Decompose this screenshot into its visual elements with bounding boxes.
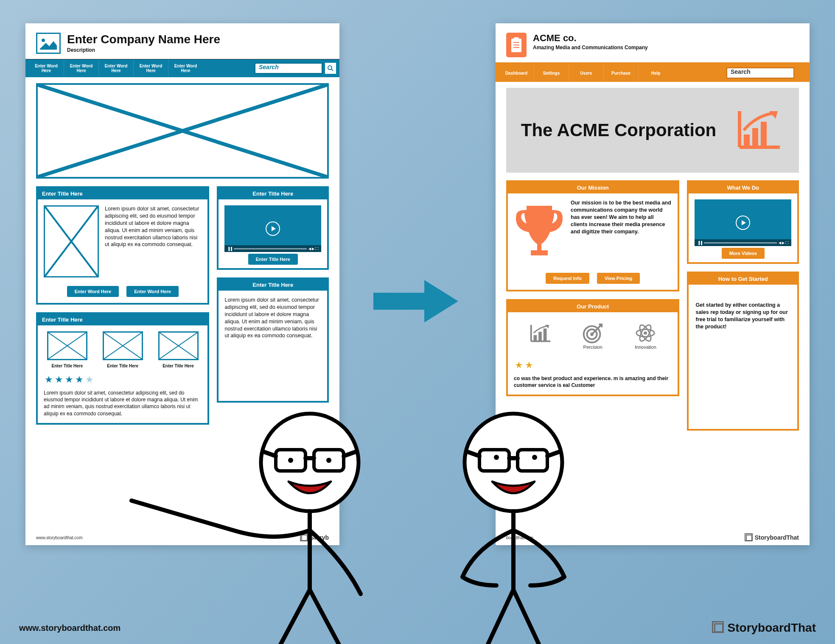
search-icon[interactable] (325, 63, 336, 74)
panel-title: Enter Title Here (38, 314, 207, 325)
mockup-nav: Dashboard Settings Users Purchase Help S… (496, 64, 810, 82)
thumb-caption: Enter Title Here (158, 364, 199, 368)
wireframe-header: Enter Company Name Here Description (25, 23, 339, 59)
company-name: ACME co. (533, 33, 648, 44)
product-item: Innovation (633, 322, 658, 350)
nav-item-purchase[interactable]: Purchase (603, 64, 638, 82)
arrow-icon (369, 272, 462, 331)
star-icon: ★ (85, 374, 94, 385)
search-input[interactable]: Search (726, 67, 794, 78)
footer-url: www.storyboardthat.com (36, 535, 83, 540)
star-icon: ★ (515, 360, 523, 371)
howto-panel: How to Get Started Get started by either… (687, 272, 799, 431)
atom-icon (633, 322, 658, 344)
panel-title: How to Get Started (689, 273, 797, 285)
svg-rect-24 (544, 328, 547, 341)
panel-title: Enter Title Here (219, 188, 327, 199)
thumb-caption: Enter Title Here (103, 364, 143, 368)
review-text: co was the best product and experience. … (514, 375, 672, 389)
nav-item-users[interactable]: Users (569, 64, 603, 82)
thumb-caption: Enter Title Here (47, 364, 87, 368)
mission-text: Our mission is to be the best media and … (571, 199, 672, 235)
svg-point-2 (328, 66, 332, 70)
outer-footer: www.storyboardthat.com StoryboardThat (19, 621, 816, 635)
storyboardthat-logo: StoryboardThat (714, 621, 816, 635)
mission-panel: Our Mission Our mission is to be the bes… (506, 180, 679, 291)
howto-text: Get started by either contacting a sales… (689, 285, 797, 429)
svg-rect-41 (479, 450, 509, 471)
request-info-button[interactable]: Request Info (546, 273, 589, 284)
image-placeholder-icon (36, 33, 61, 54)
play-icon[interactable] (736, 216, 750, 230)
search-input[interactable]: Search (255, 63, 322, 74)
svg-line-3 (331, 69, 333, 71)
svg-point-38 (288, 458, 293, 463)
storyboardthat-logo: StoryboardThat (746, 534, 799, 541)
clipboard-icon (506, 33, 527, 57)
video-panel: Enter Title Here ▐▐◀ ▶ ⛶ Enter Title Her… (217, 186, 329, 270)
star-icon: ★ (525, 360, 533, 371)
more-videos-button[interactable]: More Videos (722, 248, 765, 259)
star-icon: ★ (75, 374, 84, 385)
image-placeholder (158, 331, 199, 360)
hero-banner: The ACME Corporation (506, 88, 799, 173)
video-player[interactable]: ▐▐◀ ▶ ⛶ (224, 205, 321, 252)
what-we-do-panel: What We Do ▐▐◀ ▶ ⛶ More Videos (687, 180, 799, 264)
panel-title: What We Do (689, 182, 797, 193)
wireframe-nav: Enter Word Here Enter Word Here Enter Wo… (25, 59, 339, 77)
nav-item-help[interactable]: Help (638, 64, 673, 82)
nav-item[interactable]: Enter Word Here (133, 59, 168, 77)
stick-figure-viewer (407, 407, 619, 644)
svg-rect-22 (534, 335, 537, 342)
nav-item[interactable]: Enter Word Here (168, 59, 203, 77)
outer-url: www.storyboardthat.com (19, 623, 120, 633)
nav-item[interactable]: Enter Word Here (29, 59, 64, 77)
action-button[interactable]: Enter Word Here (126, 286, 179, 297)
product-item: Percision (580, 322, 605, 350)
image-placeholder (103, 331, 143, 360)
nav-item[interactable]: Enter Word Here (98, 59, 133, 77)
star-icon: ★ (45, 374, 53, 385)
nav-item-dashboard[interactable]: Dashboard (499, 64, 534, 82)
svg-rect-19 (744, 134, 750, 147)
star-icon: ★ (65, 374, 73, 385)
growth-chart-icon (733, 107, 784, 154)
stick-figure-presenter (106, 407, 395, 644)
star-icon: ★ (55, 374, 63, 385)
hero-title: The ACME Corporation (521, 121, 716, 140)
svg-rect-42 (518, 450, 547, 471)
search-button[interactable] (797, 67, 806, 78)
chart-icon (528, 322, 552, 344)
svg-rect-15 (514, 37, 519, 40)
action-button[interactable]: Enter Word Here (67, 286, 119, 297)
nav-item-settings[interactable]: Settings (534, 64, 569, 82)
panel-title: Enter Title Here (38, 188, 207, 199)
image-placeholder (44, 205, 99, 277)
svg-point-46 (494, 455, 499, 460)
video-caption-button[interactable]: Enter Title Here (248, 254, 298, 265)
play-icon[interactable] (266, 221, 280, 236)
product-item (528, 322, 552, 350)
svg-rect-23 (538, 332, 542, 341)
image-placeholder (47, 331, 87, 360)
hero-placeholder (36, 83, 329, 179)
mockup-header: ACME co. Amazing Media and Communication… (496, 23, 810, 62)
panel-title: Our Mission (508, 182, 678, 193)
company-subtitle: Description (67, 47, 220, 53)
svg-point-1 (42, 39, 45, 42)
body-text: Lorem ipsum dolor sit amet, consectetur … (105, 205, 202, 248)
svg-rect-20 (752, 128, 758, 147)
company-subtitle: Amazing Media and Communications Company (533, 45, 648, 50)
side-panel: Enter Title Here Lorem ipsum dolor sit a… (217, 277, 329, 403)
view-pricing-button[interactable]: View Pricing (597, 273, 640, 284)
svg-point-39 (326, 458, 331, 463)
nav-item[interactable]: Enter Word Here (64, 59, 98, 77)
trophy-icon (514, 199, 565, 264)
video-player[interactable]: ▐▐◀ ▶ ⛶ (695, 199, 791, 246)
panel-title: Our Product (508, 301, 678, 312)
svg-rect-21 (761, 122, 767, 147)
panel-title: Enter Title Here (219, 279, 327, 291)
target-icon (580, 322, 605, 344)
star-rating: ★★ (515, 360, 672, 371)
company-name: Enter Company Name Here (67, 33, 220, 46)
